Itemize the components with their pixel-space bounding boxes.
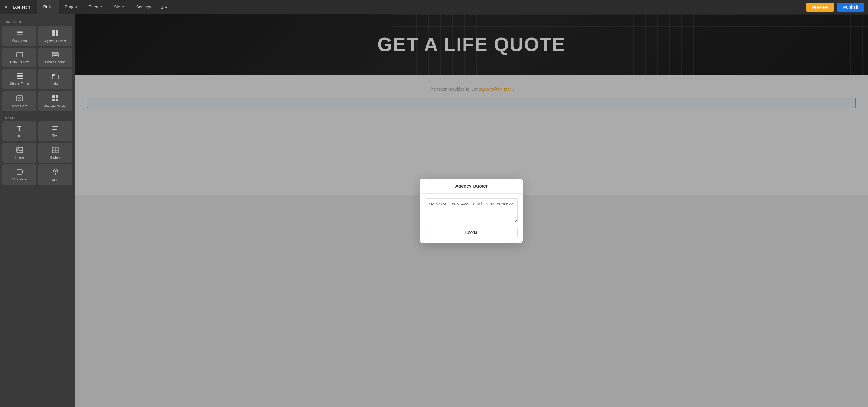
agency-quoter-modal: Agency Quoter Tutorial xyxy=(420,178,523,243)
preview-button[interactable]: Preview xyxy=(806,3,834,12)
slideshow-icon xyxy=(16,169,23,175)
svg-rect-27 xyxy=(53,128,59,128)
svg-rect-2 xyxy=(17,34,23,35)
svg-rect-19 xyxy=(55,74,57,75)
svg-rect-22 xyxy=(53,95,55,98)
section-label-basic: BASIC xyxy=(2,114,72,121)
top-nav: ✕ IXN Tech Build Pages Theme Store Setti… xyxy=(0,0,868,14)
device-icon: 🖥 xyxy=(160,5,164,10)
nav-tabs: Build Pages Theme Store Settings 🖥 ▾ xyxy=(37,0,806,14)
simple-table-icon xyxy=(16,73,23,80)
widget-callout-box[interactable]: Call-Out Box xyxy=(2,48,36,67)
svg-rect-36 xyxy=(17,170,18,173)
svg-rect-20 xyxy=(17,96,23,101)
image-label: Image xyxy=(15,156,24,160)
website-quoter-icon xyxy=(52,95,59,103)
svg-rect-9 xyxy=(18,55,21,56)
tab-theme[interactable]: Theme xyxy=(83,0,108,14)
svg-rect-37 xyxy=(22,170,23,173)
title-label: Title xyxy=(16,134,22,138)
svg-point-39 xyxy=(55,171,56,172)
forms-engine-label: Forms Engine xyxy=(45,60,65,64)
title-icon: T xyxy=(18,126,22,132)
agency-quoter-label: Agency Quoter xyxy=(44,39,66,43)
svg-rect-18 xyxy=(53,74,55,75)
svg-rect-35 xyxy=(17,169,22,174)
svg-rect-4 xyxy=(56,30,59,33)
tabs-icon xyxy=(52,73,59,80)
accordion-label: Accordion xyxy=(12,38,27,42)
svg-rect-23 xyxy=(56,95,59,98)
widget-map[interactable]: Map xyxy=(38,164,72,185)
tab-settings[interactable]: Settings xyxy=(130,0,157,14)
modal-overlay[interactable]: Agency Quoter Tutorial xyxy=(75,14,868,407)
sidebar: IXN TECH Accordion xyxy=(0,14,75,407)
svg-rect-6 xyxy=(56,33,59,36)
text-icon xyxy=(52,126,59,132)
accordion-icon xyxy=(16,30,23,37)
svg-rect-11 xyxy=(53,53,58,54)
svg-rect-15 xyxy=(17,76,23,77)
svg-rect-13 xyxy=(17,73,23,74)
modal-body: Tutorial xyxy=(420,194,523,243)
widget-simple-table[interactable]: Simple Table xyxy=(2,69,36,89)
svg-rect-1 xyxy=(17,32,23,33)
widget-text[interactable]: Text xyxy=(38,121,72,141)
widget-accordion[interactable]: Accordion xyxy=(2,26,36,46)
svg-rect-12 xyxy=(53,55,58,56)
widget-slideshow[interactable]: Slideshow xyxy=(2,164,36,185)
device-selector[interactable]: 🖥 ▾ xyxy=(160,5,167,10)
basic-widgets: T Title Text xyxy=(2,121,72,185)
svg-rect-3 xyxy=(53,30,55,33)
svg-rect-29 xyxy=(17,147,23,152)
map-icon xyxy=(53,169,59,176)
svg-rect-25 xyxy=(56,99,59,101)
ixn-tech-widgets: Accordion Agency Quoter xyxy=(2,26,72,111)
svg-rect-0 xyxy=(17,31,23,32)
publish-button[interactable]: Publish xyxy=(837,3,864,12)
text-label: Text xyxy=(52,134,58,138)
close-button[interactable]: ✕ xyxy=(4,4,8,10)
tabs-label: Tabs xyxy=(52,81,59,86)
widget-title[interactable]: T Title xyxy=(2,121,36,141)
widget-website-quoter[interactable]: Website Quoter xyxy=(38,91,72,111)
close-icon: ✕ xyxy=(4,4,8,10)
gallery-icon xyxy=(52,147,59,154)
svg-rect-31 xyxy=(53,147,55,150)
svg-rect-14 xyxy=(17,75,23,76)
tab-pages[interactable]: Pages xyxy=(59,0,83,14)
website-quoter-label: Website Quoter xyxy=(44,104,67,108)
svg-rect-5 xyxy=(53,33,55,36)
svg-point-21 xyxy=(19,97,21,99)
forms-engine-icon xyxy=(52,52,59,58)
callout-box-label: Call-Out Box xyxy=(10,60,29,64)
map-label: Map xyxy=(52,178,59,182)
nav-right: Preview Publish xyxy=(806,3,865,12)
simple-table-label: Simple Table xyxy=(10,82,29,86)
token-textarea[interactable] xyxy=(425,198,518,223)
slideshow-label: Slideshow xyxy=(12,177,27,181)
widget-team-card[interactable]: Team Card xyxy=(2,91,36,111)
team-card-label: Team Card xyxy=(11,104,28,108)
svg-rect-16 xyxy=(17,78,23,79)
svg-rect-26 xyxy=(53,126,59,127)
svg-rect-28 xyxy=(53,129,57,130)
widget-agency-quoter[interactable]: Agency Quoter xyxy=(38,26,72,46)
image-icon xyxy=(16,147,23,154)
widget-forms-engine[interactable]: Forms Engine xyxy=(38,48,72,67)
tab-build[interactable]: Build xyxy=(37,0,59,14)
modal-title: Agency Quoter xyxy=(420,178,523,194)
svg-rect-24 xyxy=(53,99,55,101)
svg-rect-32 xyxy=(56,147,59,150)
tutorial-button[interactable]: Tutorial xyxy=(425,227,518,238)
agency-quoter-icon xyxy=(52,30,59,37)
widget-tabs[interactable]: Tabs xyxy=(38,69,72,89)
widget-gallery[interactable]: Gallery xyxy=(38,143,72,163)
tab-store[interactable]: Store xyxy=(108,0,130,14)
svg-rect-33 xyxy=(53,150,55,152)
app-title: IXN Tech xyxy=(13,5,30,10)
widget-image[interactable]: Image xyxy=(2,143,36,163)
svg-rect-8 xyxy=(18,54,22,54)
section-label-ixntech: IXN TECH xyxy=(2,18,72,26)
svg-rect-34 xyxy=(56,150,59,152)
